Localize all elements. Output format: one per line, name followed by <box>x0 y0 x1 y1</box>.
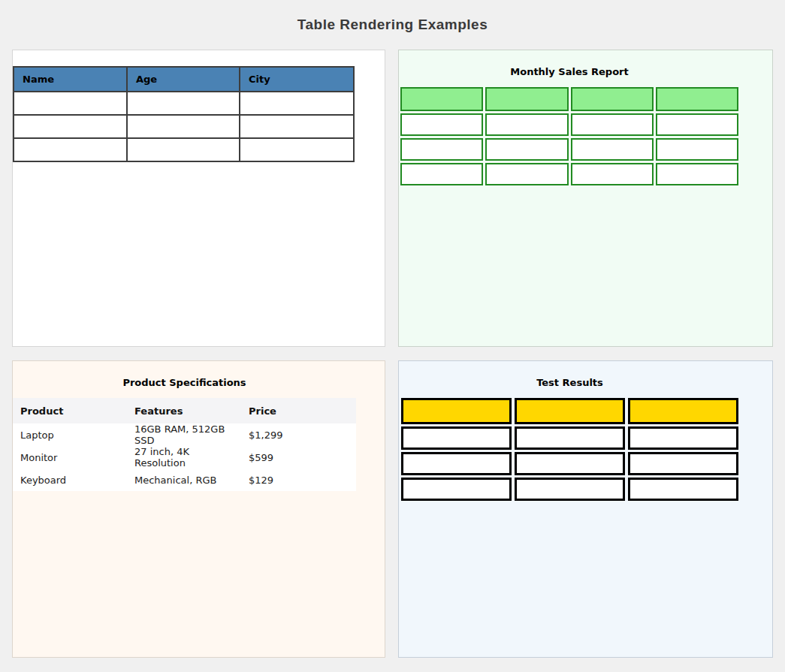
tests-empty-cell <box>401 478 512 501</box>
tests-empty-cell <box>515 426 625 450</box>
tests-empty-cell <box>401 426 512 450</box>
page-header: Table Rendering Examples <box>0 0 785 50</box>
basic-empty-cell <box>14 92 127 115</box>
product-price-cell: $599 <box>241 446 356 469</box>
panels-grid: Name Age City Monthly Sales Report <box>0 50 785 658</box>
product-features-cell: 27 inch, 4K Resolution <box>127 446 241 469</box>
sales-empty-cell <box>400 163 483 185</box>
tests-header-cell <box>628 398 738 424</box>
tests-table-wrap: Test Results <box>401 377 738 501</box>
product-features-cell: 16GB RAM, 512GB SSD <box>127 423 241 446</box>
basic-empty-cell <box>127 138 240 161</box>
sales-empty-cell <box>485 113 568 136</box>
products-row: Monitor 27 inch, 4K Resolution $599 <box>13 446 356 469</box>
panel-product-specifications: Product Specifications Product Features … <box>12 360 385 658</box>
sales-empty-cell <box>656 113 738 136</box>
sales-empty-cell <box>400 113 483 136</box>
products-header-row: Product Features Price <box>13 398 356 423</box>
basic-empty-cell <box>14 115 127 138</box>
sales-empty-cell <box>656 163 738 185</box>
products-table: Product Features Price Laptop 16GB RAM, … <box>13 398 356 491</box>
tests-empty-cell <box>515 478 625 501</box>
product-name-cell: Laptop <box>13 423 127 446</box>
products-title: Product Specifications <box>13 377 356 388</box>
basic-header-row: Name Age City <box>14 67 354 92</box>
products-header-product: Product <box>13 398 127 423</box>
product-name-cell: Keyboard <box>13 469 127 491</box>
basic-empty-cell <box>127 92 240 115</box>
sales-empty-cell <box>656 138 738 161</box>
basic-empty-row <box>14 92 354 115</box>
tests-empty-cell <box>401 452 512 475</box>
tests-empty-cell <box>628 478 738 501</box>
basic-empty-row <box>14 138 354 161</box>
products-header-price: Price <box>241 398 356 423</box>
basic-table: Name Age City <box>13 66 355 162</box>
tests-empty-cell <box>628 452 738 475</box>
basic-header-city: City <box>240 67 354 92</box>
panel-test-results: Test Results <box>398 360 773 658</box>
sales-header-cell <box>400 87 483 111</box>
basic-empty-cell <box>240 115 354 138</box>
sales-empty-cell <box>485 163 568 185</box>
product-name-cell: Monitor <box>13 446 127 469</box>
tests-title: Test Results <box>401 377 738 388</box>
products-row: Laptop 16GB RAM, 512GB SSD $1,299 <box>13 423 356 446</box>
sales-empty-cell <box>571 138 654 161</box>
product-price-cell: $1,299 <box>241 423 356 446</box>
panel-basic-table: Name Age City <box>12 50 385 347</box>
sales-empty-cell <box>400 138 483 161</box>
sales-table <box>400 87 738 185</box>
product-price-cell: $129 <box>241 469 356 491</box>
products-table-wrap: Product Specifications Product Features … <box>13 377 356 491</box>
basic-header-name: Name <box>14 67 127 92</box>
sales-empty-cell <box>485 138 568 161</box>
sales-table-wrap: Monthly Sales Report <box>400 66 738 185</box>
tests-empty-cell <box>515 452 625 475</box>
tests-header-cell <box>401 398 512 424</box>
basic-empty-row <box>14 115 354 138</box>
tests-header-cell <box>515 398 625 424</box>
basic-empty-cell <box>14 138 127 161</box>
tests-table <box>401 398 738 501</box>
basic-empty-cell <box>240 92 354 115</box>
sales-empty-cell <box>571 113 654 136</box>
tests-empty-cell <box>628 426 738 450</box>
sales-header-cell <box>656 87 738 111</box>
sales-header-cell <box>571 87 654 111</box>
sales-title: Monthly Sales Report <box>400 66 738 77</box>
sales-header-cell <box>485 87 568 111</box>
products-header-features: Features <box>127 398 241 423</box>
basic-header-age: Age <box>127 67 240 92</box>
sales-empty-cell <box>571 163 654 185</box>
products-row: Keyboard Mechanical, RGB $129 <box>13 469 356 491</box>
basic-empty-cell <box>240 138 354 161</box>
panel-sales-report: Monthly Sales Report <box>398 50 773 347</box>
basic-empty-cell <box>127 115 240 138</box>
product-features-cell: Mechanical, RGB <box>127 469 241 491</box>
page-title: Table Rendering Examples <box>297 17 488 33</box>
